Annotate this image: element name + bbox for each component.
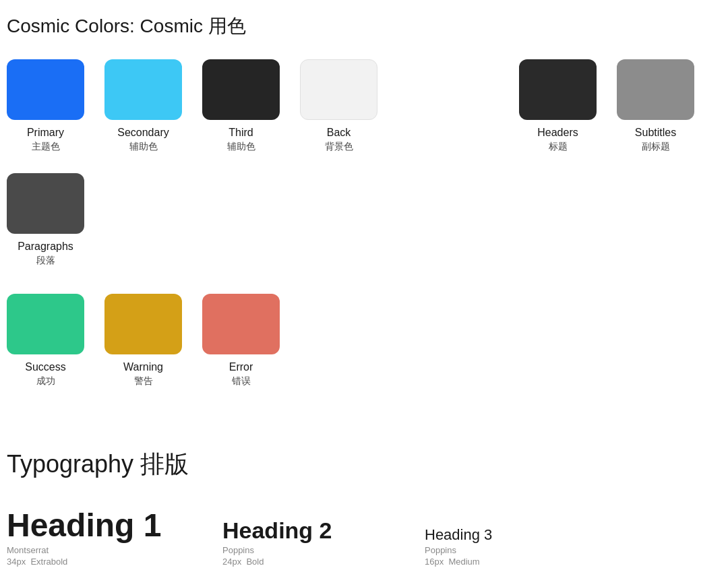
color-item-headers: Headers 标题 <box>519 59 597 153</box>
h2-size: 24px Bold <box>222 557 371 567</box>
h1-demo: Heading 1 <box>7 508 169 544</box>
h1-size: 34px Extrabold <box>7 557 169 567</box>
color-zh-primary: 主题色 <box>32 141 60 153</box>
color-zh-paragraphs: 段落 <box>36 255 55 267</box>
color-item-primary: Primary 主题色 <box>7 59 84 153</box>
h3-font: Poppins <box>425 545 559 555</box>
color-item-subtitles: Subtitles 副标题 <box>617 59 694 153</box>
color-swatch-success <box>7 294 84 354</box>
color-swatch-primary <box>7 59 84 120</box>
color-item-success: Success 成功 <box>7 294 84 387</box>
color-name-headers: Headers <box>537 127 578 139</box>
color-item-back: Back 背景色 <box>300 59 377 153</box>
color-item-error: Error 错误 <box>202 294 280 387</box>
color-swatch-third <box>202 59 280 120</box>
type-item-h3: Heading 3 Poppins 16px Medium <box>425 526 559 567</box>
typography-title: Typography 排版 <box>7 448 721 481</box>
color-swatch-warning <box>104 294 182 354</box>
colors-row-1: Primary 主题色 Secondary 辅助色 Third 辅助色 Back… <box>7 59 721 287</box>
color-item-paragraphs: Paragraphs 段落 <box>7 173 84 267</box>
color-item-third: Third 辅助色 <box>202 59 280 153</box>
color-swatch-secondary <box>104 59 182 120</box>
h3-size: 16px Medium <box>425 557 559 567</box>
color-name-secondary: Secondary <box>117 127 169 139</box>
type-row-1: Heading 1 Montserrat 34px Extrabold Head… <box>7 508 721 568</box>
typography-section: Typography 排版 Heading 1 Montserrat 34px … <box>7 448 721 568</box>
h2-demo: Heading 2 <box>222 517 371 544</box>
color-swatch-back <box>300 59 377 120</box>
color-zh-back: 背景色 <box>325 141 353 153</box>
color-zh-success: 成功 <box>36 375 55 387</box>
color-name-back: Back <box>327 127 351 139</box>
color-swatch-error <box>202 294 280 354</box>
page-title: Cosmic Colors: Cosmic 用色 <box>7 13 721 39</box>
color-zh-headers: 标题 <box>549 141 568 153</box>
color-name-warning: Warning <box>123 361 163 373</box>
colors-section: Cosmic Colors: Cosmic 用色 Primary 主题色 Sec… <box>7 13 721 408</box>
h2-font: Poppins <box>222 545 371 555</box>
color-swatch-subtitles <box>617 59 694 120</box>
type-item-h1: Heading 1 Montserrat 34px Extrabold <box>7 508 169 567</box>
color-name-error: Error <box>229 361 253 373</box>
color-zh-error: 错误 <box>232 375 251 387</box>
color-name-primary: Primary <box>27 127 64 139</box>
color-name-paragraphs: Paragraphs <box>18 241 73 253</box>
color-item-warning: Warning 警告 <box>104 294 182 387</box>
color-name-subtitles: Subtitles <box>635 127 676 139</box>
color-swatch-paragraphs <box>7 173 84 234</box>
color-zh-subtitles: 副标题 <box>642 141 670 153</box>
h1-font: Montserrat <box>7 545 169 555</box>
color-zh-warning: 警告 <box>134 375 153 387</box>
colors-row-2: Success 成功 Warning 警告 Error 错误 <box>7 294 721 408</box>
color-zh-secondary: 辅助色 <box>129 141 158 153</box>
color-zh-third: 辅助色 <box>227 141 255 153</box>
color-name-success: Success <box>25 361 65 373</box>
color-item-secondary: Secondary 辅助色 <box>104 59 182 153</box>
h3-demo: Heading 3 <box>425 526 559 544</box>
color-swatch-headers <box>519 59 597 120</box>
type-item-h2: Heading 2 Poppins 24px Bold <box>222 517 371 567</box>
color-name-third: Third <box>229 127 253 139</box>
